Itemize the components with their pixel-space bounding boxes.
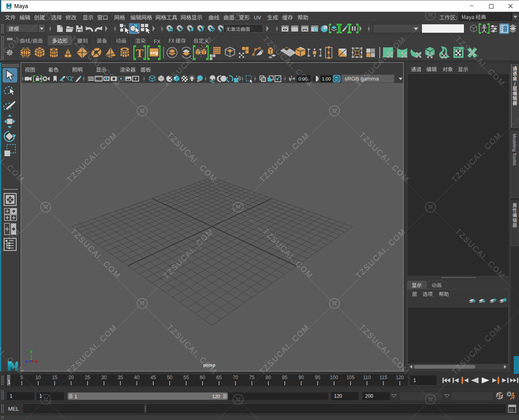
- svg-text:100: 100: [330, 375, 338, 380]
- svg-text:115: 115: [379, 375, 387, 380]
- svg-text:svg: svg: [150, 50, 158, 55]
- svg-text:T: T: [136, 47, 143, 59]
- svg-text:sRGB gamma: sRGB gamma: [345, 76, 379, 82]
- svg-text:ON: ON: [335, 78, 338, 80]
- svg-text:1: 1: [8, 379, 11, 385]
- svg-text:85: 85: [282, 375, 288, 380]
- svg-text:65: 65: [216, 375, 222, 380]
- svg-text:1.00: 1.00: [322, 76, 331, 81]
- svg-text:90: 90: [298, 375, 304, 380]
- svg-text:55: 55: [183, 375, 189, 380]
- svg-text:20: 20: [68, 375, 74, 380]
- svg-text:{;}: {;}: [510, 408, 513, 412]
- svg-text:80: 80: [266, 375, 271, 380]
- svg-text:120: 120: [396, 375, 404, 380]
- svg-text:95: 95: [315, 375, 321, 380]
- svg-text:z: z: [25, 359, 27, 364]
- svg-text:5: 5: [20, 375, 23, 380]
- svg-text:110: 110: [363, 375, 371, 380]
- svg-text:60: 60: [200, 375, 206, 380]
- svg-text:25: 25: [85, 375, 90, 380]
- svg-text:T: T: [134, 76, 137, 81]
- svg-text:45: 45: [151, 375, 156, 380]
- svg-text:30: 30: [101, 375, 107, 380]
- svg-text:40: 40: [134, 375, 140, 380]
- svg-text:105: 105: [347, 375, 355, 380]
- svg-text:50: 50: [167, 375, 172, 380]
- svg-text:0.00: 0.00: [298, 76, 307, 81]
- svg-text:15: 15: [52, 375, 57, 380]
- svg-text:y: y: [30, 349, 33, 354]
- svg-text:75: 75: [249, 375, 255, 380]
- svg-text:x: x: [35, 359, 38, 364]
- svg-text:IPR: IPR: [302, 28, 307, 31]
- svg-text:10: 10: [36, 375, 41, 380]
- svg-text:70: 70: [233, 375, 238, 380]
- svg-text:35: 35: [118, 375, 123, 380]
